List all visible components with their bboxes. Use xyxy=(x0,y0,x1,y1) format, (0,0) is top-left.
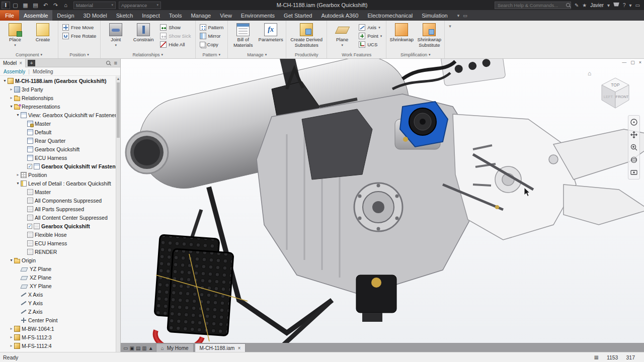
axis-button[interactable]: Axis▾ xyxy=(357,24,384,31)
tree-item-origin[interactable]: ▾Origin xyxy=(0,256,116,264)
scroll-up-icon[interactable]: ▲ xyxy=(116,77,120,80)
expand-arrow-icon[interactable]: ▸ xyxy=(9,87,14,92)
search-icon[interactable] xyxy=(106,61,110,65)
tree-item-yz-plane[interactable]: YZ Plane xyxy=(0,264,116,273)
pencil-icon[interactable]: ✎ xyxy=(575,3,579,8)
ribbon-group-label-pattern[interactable]: Pattern▾ xyxy=(196,51,228,58)
add-panel-button[interactable]: + xyxy=(28,60,35,66)
ribbon-group-label-position[interactable]: Position▾ xyxy=(58,51,100,58)
home-icon[interactable]: ⌂ xyxy=(588,70,591,77)
copy-button[interactable]: Copy xyxy=(198,41,226,48)
constrain-button[interactable]: Constrain xyxy=(130,22,156,43)
view-cube[interactable]: ⌂ TOP FRONT LEFT xyxy=(594,72,637,112)
shrinkwrap-button[interactable]: Shrinkwrap xyxy=(388,22,415,43)
print-icon[interactable]: ▤ xyxy=(31,1,40,9)
tree-item-position[interactable]: ▸Position xyxy=(0,170,116,179)
display-mode-icon[interactable]: ▭ xyxy=(463,13,467,18)
doc-tab-m-ch-1188[interactable]: M-CH-1188.iam × xyxy=(195,343,246,352)
tree-item-flexible-hose[interactable]: Flexible Hose xyxy=(0,230,116,239)
chevron-down-icon[interactable]: ▾ xyxy=(449,24,451,29)
tree-item-level-of-detail-gearbox-quickshift[interactable]: ▾Level of Detail : Gearbox Quickshift xyxy=(0,179,116,188)
hsplit-icon[interactable]: ▤ xyxy=(136,345,140,351)
expand-arrow-icon[interactable]: ▸ xyxy=(9,343,14,348)
scrollbar-thumb[interactable] xyxy=(117,82,120,138)
expand-arrow-icon[interactable]: ▸ xyxy=(9,335,14,339)
tree-item-3rd-party[interactable]: ▸3rd Party xyxy=(0,85,116,94)
collapse-arrow-icon[interactable]: ▾ xyxy=(2,78,8,83)
pan-icon[interactable] xyxy=(630,131,638,139)
tab-get-started[interactable]: Get Started xyxy=(279,10,316,21)
plane-button[interactable]: Plane▾ xyxy=(329,22,355,47)
free-rotate-button[interactable]: Free Rotate xyxy=(60,32,98,40)
collapse-arrow-icon[interactable]: ▾ xyxy=(9,104,14,109)
tree-item-all-parts-suppressed[interactable]: All Parts Suppressed xyxy=(0,205,116,213)
chevron-down-icon[interactable]: ▾ xyxy=(607,3,610,8)
tree-item-rear-quarter[interactable]: Rear Quarter xyxy=(0,136,116,145)
tree-item-representations[interactable]: ▾Representations xyxy=(0,102,116,111)
intercooler-panels[interactable] xyxy=(153,235,234,336)
hide-all-button[interactable]: Hide All xyxy=(158,41,193,48)
cascade-icon[interactable]: ▭ xyxy=(123,345,128,351)
orbit-icon[interactable] xyxy=(630,156,638,164)
pattern-button[interactable]: Pattern xyxy=(198,24,226,31)
parameters-button[interactable]: fxParameters xyxy=(258,22,284,43)
navigation-wheel-icon[interactable] xyxy=(630,118,638,126)
ribbon-group-label-work-features[interactable]: Work Features xyxy=(327,51,386,58)
tab-view[interactable]: View xyxy=(215,10,236,21)
tree-item-render[interactable]: RENDER xyxy=(0,247,116,256)
tree-item-ecu-harness[interactable]: ECU Harness xyxy=(0,239,116,247)
tile-icon[interactable]: ▣ xyxy=(129,345,134,351)
save-icon[interactable]: ▦ xyxy=(21,1,30,9)
close-icon[interactable]: × xyxy=(19,60,22,66)
help-icon[interactable]: ? xyxy=(623,3,626,8)
mirror-button[interactable]: Mirror xyxy=(198,32,226,40)
point-button[interactable]: Point▾ xyxy=(357,32,384,40)
tree-item-view-gearbox-quickshift-w-fasteners[interactable]: ▾View: Gearbox Quickshift w/ Fasteners xyxy=(0,111,116,119)
ribbon-group-label-manage[interactable]: Manage▾ xyxy=(228,51,286,58)
tree-item-m-ch-1188-iam-gearbox-quickshift[interactable]: ▾M-CH-1188.iam (Gearbox Quickshift) xyxy=(0,76,116,85)
tab-assemble[interactable]: Assemble xyxy=(19,10,52,21)
ribbon-group-label-relationships[interactable]: Relationships▾ xyxy=(101,51,195,58)
expand-arrow-icon[interactable]: ▸ xyxy=(15,172,21,177)
tree-item-y-axis[interactable]: Y Axis xyxy=(0,299,116,307)
zoom-icon[interactable] xyxy=(630,143,638,151)
star-icon[interactable]: ★ xyxy=(582,3,587,8)
tab-3d-model[interactable]: 3D Model xyxy=(79,10,112,21)
create-derived-substitutes-button[interactable]: Create Derived Substitutes xyxy=(288,22,325,48)
home-icon[interactable]: ⌂ xyxy=(61,1,70,9)
place-button[interactable]: Place▾ xyxy=(2,22,28,47)
tab-inspect[interactable]: Inspect xyxy=(137,10,164,21)
dock-arrow-icon[interactable]: ▲ xyxy=(148,345,153,351)
appearance-dropdown[interactable]: Appearance ▾ xyxy=(119,2,161,9)
new-file-icon[interactable]: ▢ xyxy=(11,1,20,9)
tab-tools[interactable]: Tools xyxy=(165,10,187,21)
expand-arrow-icon[interactable]: ▸ xyxy=(9,96,14,100)
ribbon-group-label-productivity[interactable]: Productivity xyxy=(286,51,327,58)
help-search-box[interactable] xyxy=(495,2,571,9)
search-input[interactable] xyxy=(498,3,564,8)
tab-design[interactable]: Design xyxy=(52,10,78,21)
bill-of-materials-button[interactable]: Bill of Materials xyxy=(230,22,256,48)
fuel-pump[interactable] xyxy=(356,275,396,322)
display-mode-icon[interactable]: ▭ xyxy=(635,3,640,8)
free-move-button[interactable]: Free Move xyxy=(60,24,98,31)
tree-item-all-components-suppressed[interactable]: All Components Suppressed xyxy=(0,196,116,205)
minimize-icon[interactable]: — xyxy=(622,60,626,65)
close-icon[interactable]: × xyxy=(237,345,240,351)
vsplit-icon[interactable]: ▥ xyxy=(142,345,146,351)
tree-item-gearbox-quickshift[interactable]: ✓Gearbox Quickshift xyxy=(0,222,116,230)
gearbox-housing[interactable] xyxy=(453,114,644,240)
chevron-down-icon[interactable]: ▾ xyxy=(629,3,632,8)
show-button[interactable]: Show xyxy=(158,24,193,31)
tree-item-gearbox-quickshift[interactable]: Gearbox Quickshift xyxy=(0,145,116,153)
ribbon-collapse-icon[interactable]: ▾ xyxy=(457,13,460,18)
tab-autodesk-a360[interactable]: Autodesk A360 xyxy=(316,10,363,21)
tree-item-ecu-harness[interactable]: ECU Harness xyxy=(0,153,116,162)
restore-icon[interactable]: ▢ xyxy=(630,60,635,65)
inventor-logo[interactable]: I xyxy=(2,2,10,9)
hamburger-icon[interactable]: ≡ xyxy=(114,60,117,66)
user-name[interactable]: Javier xyxy=(590,3,604,8)
expand-arrow-icon[interactable]: ▸ xyxy=(9,326,14,331)
doc-tab-my-home[interactable]: ⌂ My Home xyxy=(156,343,194,352)
tree-item-all-content-center-suppressed[interactable]: All Content Center Suppressed xyxy=(0,213,116,222)
